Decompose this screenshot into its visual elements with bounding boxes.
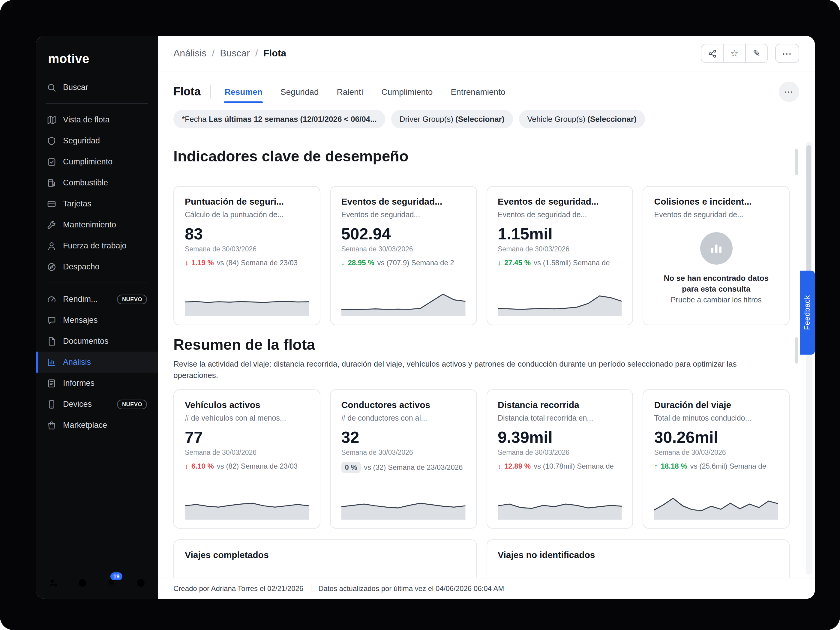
trend-down-arrow-icon: ↓	[341, 259, 345, 267]
trend-down-arrow-icon: ↓	[498, 462, 501, 471]
dashboard-more-button[interactable]: ⋯	[779, 82, 799, 102]
tab-ralentí[interactable]: Ralentí	[336, 81, 364, 103]
pencil-icon: ✎	[753, 48, 760, 59]
sidebar-item-rendim-[interactable]: Rendim...NUEVO	[36, 289, 158, 309]
no-data-state: No se han encontrado datos para esta con…	[654, 219, 778, 316]
kpi-value: 83	[185, 226, 309, 242]
more-options-button[interactable]: ⋯	[775, 44, 799, 63]
kpi-delta-percent: 6.10 %	[191, 462, 214, 471]
kpi-delta-row: ↓27.45 %vs (1.58mil) Semana de	[498, 259, 622, 267]
tab-seguridad[interactable]: Seguridad	[280, 81, 319, 103]
sidebar-item-label: Despacho	[63, 262, 99, 271]
kpi-card[interactable]: Vehículos activos# de vehículos con al m…	[174, 390, 321, 529]
sidebar-item-an-lisis[interactable]: Análisis	[36, 352, 158, 373]
kpi-delta-row: ↓28.95 %vs (707.9) Semana de 2	[341, 259, 466, 267]
trend-up-arrow-icon: ↑	[654, 462, 658, 471]
sidebar-item-mensajes[interactable]: Mensajes	[36, 309, 158, 331]
kpi-card[interactable]: Puntuación de seguri...Cálculo de la pun…	[174, 186, 321, 325]
sidebar-item-combustible[interactable]: Combustible	[36, 172, 158, 193]
desktop-background: motive Buscar Vista de flotaSeguridadCum…	[0, 0, 840, 630]
sidebar-item-despacho[interactable]: Despacho	[36, 256, 158, 277]
profile-avatar-icon[interactable]	[136, 578, 146, 588]
sidebar-item-label: Documentos	[63, 336, 109, 346]
kpi-comparison-text: vs (32) Semana de 23/03/2026	[364, 464, 463, 472]
filter-chips: *Fecha Las últimas 12 semanas (12/01/202…	[174, 110, 799, 128]
sidebar-item-informes[interactable]: Informes	[36, 373, 158, 393]
document-icon	[47, 336, 57, 346]
sidebar-item-devices[interactable]: DevicesNUEVO	[36, 393, 158, 415]
topbar: Análisis / Buscar / Flota	[158, 36, 815, 71]
share-button[interactable]	[701, 44, 723, 63]
no-data-title: No se han encontrado datos para esta con…	[659, 273, 773, 294]
feedback-tab[interactable]: Feedback	[800, 271, 815, 355]
trips-card-grid: Viajes completadosViajes no identificado…	[174, 540, 789, 578]
kpi-card[interactable]: Viajes completados	[174, 540, 477, 578]
no-data-subtitle: Pruebe a cambiar los filtros	[671, 296, 762, 304]
sidebar-item-tarjetas[interactable]: Tarjetas	[36, 193, 158, 214]
edit-button[interactable]: ✎	[745, 44, 768, 63]
sidebar-divider	[46, 283, 148, 283]
kpi-value: 9.39mil	[498, 430, 622, 446]
sidebar-nav-primary: Vista de flotaSeguridadCumplimientoCombu…	[36, 109, 158, 277]
stage: motive Buscar Vista de flotaSeguridadCum…	[0, 0, 840, 630]
breadcrumb-analisis[interactable]: Análisis	[174, 48, 207, 59]
tab-resumen[interactable]: Resumen	[224, 81, 263, 103]
filter-label: Vehicle Group(s)	[527, 115, 587, 123]
breadcrumb-current: Flota	[264, 48, 286, 59]
sidebar-item-marketplace[interactable]: Marketplace	[36, 415, 158, 436]
sidebar-item-seguridad[interactable]: Seguridad	[36, 130, 158, 151]
sidebar-item-mantenimiento[interactable]: Mantenimiento	[36, 214, 158, 235]
section-scrollbar-thumb[interactable]	[795, 337, 798, 363]
search-icon	[47, 82, 57, 92]
filter-chip-vehicle-group-s-[interactable]: Vehicle Group(s) (Seleccionar)	[519, 110, 645, 128]
section-title: Resumen de la flota	[174, 336, 789, 354]
help-icon[interactable]	[77, 578, 87, 588]
sparkline-chart	[654, 489, 778, 520]
kpi-card[interactable]: Distancia recorridaDistancia total recor…	[486, 390, 633, 529]
kpi-card[interactable]: Duración del viajeTotal de minutos condu…	[643, 390, 790, 529]
sidebar-item-label: Seguridad	[63, 136, 100, 145]
kpi-card[interactable]: Colisiones e incident...Eventos de segur…	[643, 186, 790, 325]
kpi-value: 502.94	[341, 226, 466, 242]
kpi-card[interactable]: Viajes no identificados	[486, 540, 789, 578]
filter-value: (Seleccionar)	[587, 115, 636, 123]
sidebar-item-fuerza-de-trabajo[interactable]: Fuerza de trabajo	[36, 235, 158, 256]
filter-label: Driver Group(s)	[399, 115, 455, 123]
section-header-kpi: Indicadores clave de desempeño	[174, 148, 789, 178]
kpi-comparison-text: vs (25.6mil) Semana de	[690, 462, 766, 471]
filter-chip-driver-group-s-[interactable]: Driver Group(s) (Seleccionar)	[391, 110, 513, 128]
sidebar-item-documentos[interactable]: Documentos	[36, 331, 158, 352]
tab-cumplimiento[interactable]: Cumplimiento	[381, 81, 433, 103]
sidebar-item-label: Informes	[63, 379, 95, 388]
kpi-card-title: Conductores activos	[341, 400, 466, 410]
kpi-card[interactable]: Eventos de seguridad...Eventos de seguri…	[486, 186, 633, 325]
bar-chart-icon	[708, 241, 724, 256]
filter-chip--fecha[interactable]: *Fecha Las últimas 12 semanas (12/01/202…	[174, 110, 385, 128]
kpi-card[interactable]: Conductores activos# de conductores con …	[330, 390, 477, 529]
admin-settings-icon[interactable]	[48, 578, 58, 588]
sidebar-item-cumplimiento[interactable]: Cumplimiento	[36, 151, 158, 172]
sidebar-item-label: Marketplace	[63, 421, 107, 429]
sidebar-search[interactable]: Buscar	[36, 77, 158, 98]
kpi-value: 32	[341, 430, 466, 446]
breadcrumb-separator: /	[212, 48, 215, 59]
sidebar-item-vista-de-flota[interactable]: Vista de flota	[36, 109, 158, 130]
motive-logo: motive	[36, 36, 158, 77]
kpi-card-title: Viajes completados	[185, 550, 465, 560]
page-title: Flota	[174, 85, 201, 98]
favorite-button[interactable]: ☆	[723, 44, 746, 63]
shield-icon	[47, 136, 57, 145]
notifications-bell-icon[interactable]: 19	[106, 578, 117, 588]
sparkline-chart	[498, 489, 622, 520]
kpi-card-title: Distancia recorrida	[498, 400, 622, 410]
trend-down-arrow-icon: ↓	[185, 462, 188, 471]
status-divider	[311, 584, 311, 593]
kpi-card[interactable]: Eventos de seguridad...Eventos de seguri…	[330, 186, 477, 325]
nuevo-badge: NUEVO	[117, 399, 147, 409]
sparkline-chart	[341, 285, 466, 316]
breadcrumb-buscar[interactable]: Buscar	[220, 48, 250, 59]
message-icon	[47, 315, 57, 325]
tab-entrenamiento[interactable]: Entrenamiento	[450, 81, 506, 103]
section-scrollbar-thumb[interactable]	[795, 149, 798, 175]
sparkline-chart	[185, 285, 309, 316]
